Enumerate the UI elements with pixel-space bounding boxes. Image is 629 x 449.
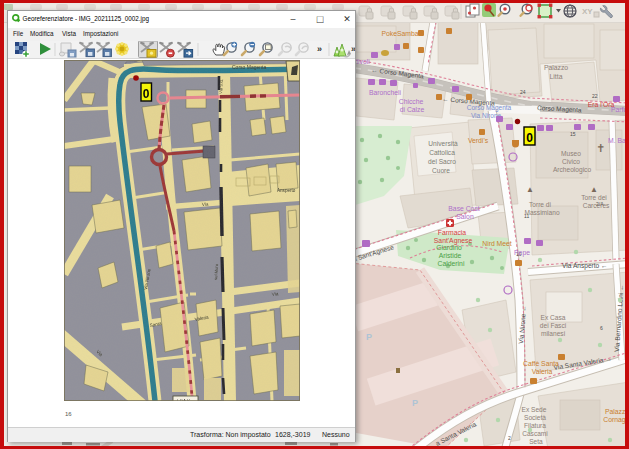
svg-text:Ansperto: Ansperto	[277, 188, 296, 193]
svg-text:P: P	[366, 332, 372, 342]
svg-text:Corso Magenta: Corso Magenta	[467, 104, 512, 112]
svg-text:ttivoli: ttivoli	[354, 58, 370, 65]
svg-text:milanesi: milanesi	[541, 330, 566, 337]
svg-text:▲: ▲	[590, 185, 598, 194]
svg-text:Torre di: Torre di	[529, 201, 552, 208]
svg-text:»: »	[317, 44, 322, 54]
svg-text:M. Bard: M. Bard	[608, 137, 629, 144]
svg-text:Cuore: Cuore	[432, 167, 450, 174]
svg-text:di Calze: di Calze	[400, 106, 425, 113]
svg-text:Valeria: Valeria	[532, 368, 553, 375]
svg-text:Torre dei: Torre dei	[581, 194, 607, 201]
svg-text:15: 15	[570, 131, 576, 137]
svg-text:Università: Università	[428, 140, 458, 147]
svg-text:24: 24	[520, 89, 526, 95]
svg-text:Via Ansperto ←: Via Ansperto ←	[562, 262, 608, 270]
svg-text:Salon: Salon	[456, 213, 474, 220]
svg-text:Era l'Ora: Era l'Ora	[588, 101, 615, 108]
svg-text:Ex Sede: Ex Sede	[522, 406, 547, 413]
svg-text:dei Fasci: dei Fasci	[540, 322, 567, 329]
svg-text:Palazzo: Palazzo	[605, 408, 629, 415]
svg-text:▲: ▲	[526, 185, 534, 194]
svg-text:0: 0	[526, 131, 533, 145]
svg-text:Via: Via	[271, 291, 279, 297]
svg-text:Verdi's: Verdi's	[468, 137, 489, 144]
svg-text:Civico: Civico	[562, 158, 580, 165]
svg-text:2: 2	[508, 435, 511, 441]
svg-text:XY: XY	[582, 7, 593, 16]
svg-text:Corso Magenta: Corso Magenta	[232, 64, 266, 70]
svg-text:P: P	[412, 398, 418, 408]
svg-text:Ex Casa: Ex Casa	[541, 314, 566, 321]
svg-text:Caffè Santa: Caffè Santa	[523, 360, 559, 367]
svg-text:Massimiano: Massimiano	[524, 209, 560, 216]
svg-text:Baroncheli: Baroncheli	[369, 89, 402, 96]
svg-text:Nird Meet: Nird Meet	[482, 240, 512, 247]
svg-text:Seta: Seta	[529, 438, 543, 445]
svg-text:Litta: Litta	[550, 73, 563, 80]
svg-text:6: 6	[600, 325, 603, 331]
svg-text:Aristide: Aristide	[439, 252, 462, 259]
svg-text:0: 0	[143, 87, 150, 101]
svg-text:✝: ✝	[596, 142, 605, 154]
svg-text:Società: Società	[524, 414, 546, 421]
svg-text:Via: Via	[202, 201, 209, 207]
svg-text:del Sacro: del Sacro	[428, 158, 456, 165]
svg-text:Palazzo: Palazzo	[544, 64, 568, 71]
svg-text:Cattolica: Cattolica	[429, 149, 455, 156]
svg-text:Base Cost: Base Cost	[448, 205, 479, 212]
svg-text:Farmacia: Farmacia	[438, 229, 467, 236]
svg-text:Filatura: Filatura	[524, 422, 546, 429]
svg-text:Giardino: Giardino	[436, 244, 462, 251]
svg-text:Cascami: Cascami	[522, 430, 548, 437]
svg-text:PokeSamba: PokeSamba	[381, 30, 418, 37]
svg-text:Chicche: Chicche	[399, 98, 424, 105]
svg-text:»: »	[351, 44, 355, 54]
svg-text:Museo: Museo	[561, 150, 581, 157]
svg-text:Cornaggia: Cornaggia	[603, 416, 629, 424]
svg-text:Carceres: Carceres	[583, 202, 610, 209]
svg-text:22: 22	[592, 93, 598, 99]
svg-text:Calderini: Calderini	[438, 260, 465, 267]
svg-text:Pepe: Pepe	[514, 249, 530, 257]
svg-text:Archeologico: Archeologico	[553, 166, 591, 174]
